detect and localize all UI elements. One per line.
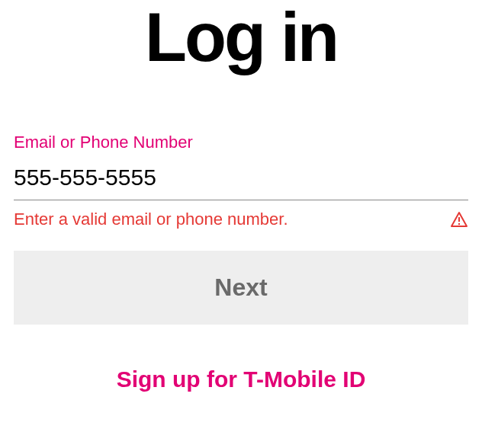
error-message: Enter a valid email or phone number. — [14, 210, 288, 229]
svg-point-1 — [458, 223, 460, 225]
warning-icon — [450, 210, 468, 229]
email-phone-input[interactable] — [14, 162, 468, 200]
next-button[interactable]: Next — [14, 251, 468, 325]
error-row: Enter a valid email or phone number. — [14, 210, 468, 229]
login-form: Email or Phone Number Enter a valid emai… — [14, 133, 468, 325]
email-phone-label: Email or Phone Number — [14, 133, 468, 152]
page-title: Log in — [14, 0, 468, 75]
signup-link[interactable]: Sign up for T-Mobile ID — [14, 366, 468, 392]
